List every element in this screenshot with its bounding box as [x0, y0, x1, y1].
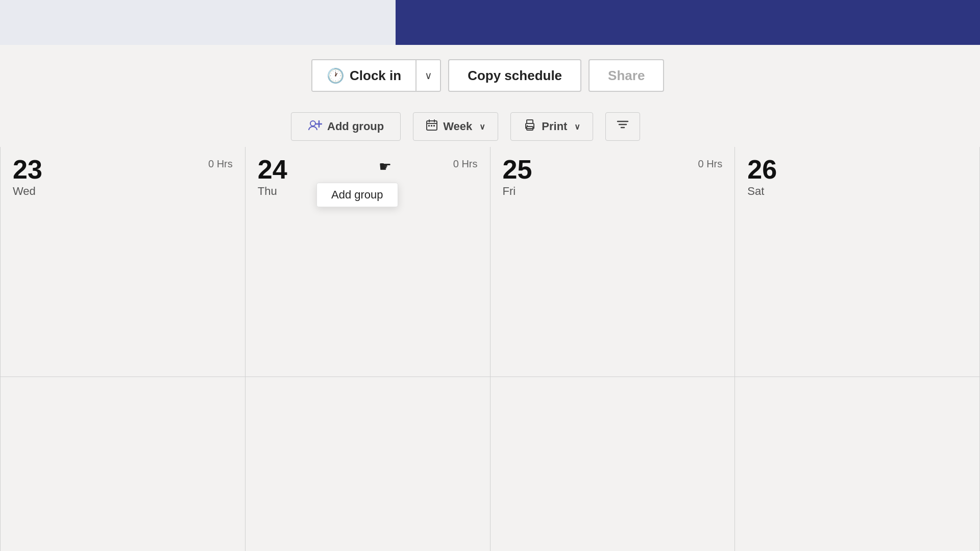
- bottom-col-4: [735, 377, 980, 551]
- svg-rect-7: [428, 125, 430, 127]
- day-number-26: 26: [747, 156, 967, 183]
- clock-in-label: Clock in: [350, 68, 401, 84]
- week-button[interactable]: Week ∨: [413, 112, 498, 141]
- bottom-col-2: [246, 377, 491, 551]
- week-label: Week: [443, 120, 472, 133]
- svg-rect-8: [431, 125, 432, 127]
- print-button[interactable]: Print ∨: [510, 112, 593, 141]
- filter-icon: [616, 118, 629, 135]
- day-hours-wed: 0 Hrs: [208, 158, 233, 170]
- print-label: Print: [542, 120, 567, 133]
- bottom-col-1: [0, 377, 246, 551]
- svg-point-0: [310, 121, 315, 126]
- day-hours-thu: 0 Hrs: [453, 158, 478, 170]
- week-chevron-icon: ∨: [479, 122, 485, 132]
- day-col-wed: 23 Wed 0 Hrs: [0, 147, 246, 377]
- day-col-thu: 24 Thu 0 Hrs: [246, 147, 491, 377]
- add-group-label: Add group: [327, 120, 384, 133]
- clock-in-dropdown-button[interactable]: ∨: [415, 60, 440, 91]
- header-left: [0, 0, 396, 45]
- add-group-dropdown[interactable]: Add group: [316, 183, 398, 207]
- copy-schedule-label: Copy schedule: [468, 68, 562, 84]
- copy-schedule-button[interactable]: Copy schedule: [448, 59, 581, 92]
- clock-icon: 🕐: [327, 67, 345, 84]
- day-hours-fri: 0 Hrs: [698, 158, 722, 170]
- add-group-icon: [308, 118, 322, 136]
- share-label: Share: [608, 68, 645, 84]
- svg-rect-9: [433, 125, 435, 127]
- day-number-24: 24: [258, 156, 478, 183]
- day-col-sat: 26 Sat: [735, 147, 980, 377]
- clock-in-button[interactable]: 🕐 Clock in: [312, 60, 415, 91]
- filter-button[interactable]: [605, 112, 640, 141]
- add-group-button[interactable]: Add group: [291, 112, 401, 141]
- day-number-25: 25: [503, 156, 723, 183]
- svg-rect-11: [527, 120, 533, 123]
- chevron-down-icon: ∨: [425, 69, 432, 82]
- bottom-grid: [0, 377, 980, 551]
- share-button[interactable]: Share: [589, 59, 664, 92]
- clock-in-group: 🕐 Clock in ∨: [311, 59, 441, 92]
- calendar-icon: [426, 119, 438, 134]
- printer-icon: [523, 118, 536, 135]
- print-chevron-icon: ∨: [574, 122, 580, 132]
- day-name-fri: Fri: [503, 185, 723, 198]
- bottom-col-3: [491, 377, 736, 551]
- day-col-fri: 25 Fri 0 Hrs: [491, 147, 736, 377]
- secondary-toolbar: Add group Week ∨ Print: [0, 106, 980, 147]
- main-toolbar: 🕐 Clock in ∨ Copy schedule Share: [0, 45, 980, 106]
- calendar-grid: 23 Wed 0 Hrs 24 Thu 0 Hrs 25 Fri 0 Hrs 2…: [0, 147, 980, 377]
- day-number-23: 23: [13, 156, 233, 183]
- add-group-dropdown-item[interactable]: Add group: [331, 188, 383, 201]
- day-name-wed: Wed: [13, 185, 233, 198]
- header-right: [396, 0, 980, 45]
- svg-point-13: [527, 125, 528, 126]
- day-name-sat: Sat: [747, 185, 967, 198]
- header-bar: [0, 0, 980, 45]
